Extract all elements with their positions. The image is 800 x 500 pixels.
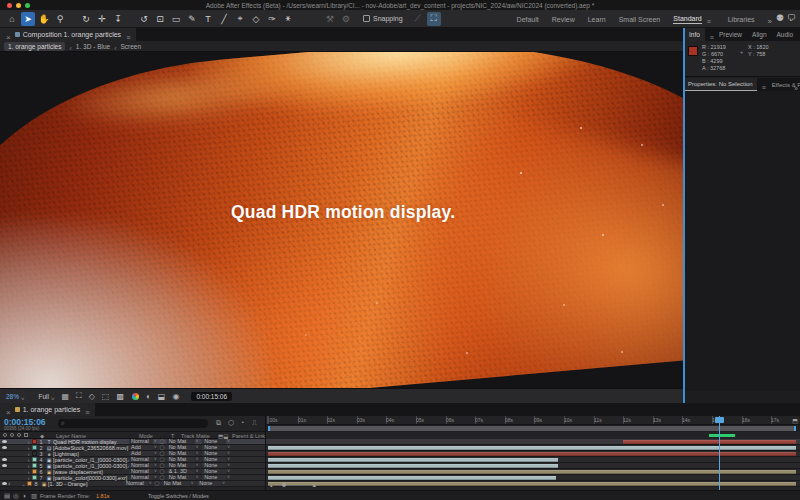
workspace-default[interactable]: Default xyxy=(517,16,539,23)
chat-icon[interactable]: 🗩 xyxy=(787,13,796,23)
puppet-pin-tool-icon[interactable]: ⚹ xyxy=(281,12,295,26)
breadcrumb-current[interactable]: 1. orange particles xyxy=(4,42,65,51)
work-area-region[interactable] xyxy=(268,426,796,431)
parent-dropdown[interactable]: None xyxy=(197,481,221,486)
motion-blur-icon[interactable]: ◎ xyxy=(13,492,19,500)
tab-preview[interactable]: Preview xyxy=(714,28,747,41)
clone-stamp-tool-icon[interactable]: ⌖ xyxy=(233,12,247,26)
composition-text-layer[interactable]: Quad HDR motion display. xyxy=(231,202,455,223)
audio-toggle[interactable]: ♪ xyxy=(8,481,13,487)
marquee-tool-icon[interactable]: ⛶ xyxy=(427,12,441,26)
toggle-switches-button[interactable]: Toggle Switches / Modes xyxy=(148,493,209,499)
brush-tool-icon[interactable]: ╱ xyxy=(217,12,231,26)
workspace-libraries[interactable]: Libraries xyxy=(728,16,755,23)
draft-3d-icon[interactable]: ⬡ xyxy=(228,419,234,427)
visibility-toggle[interactable] xyxy=(2,470,7,473)
playhead-handle[interactable] xyxy=(715,417,724,423)
pan-camera-tool-icon[interactable]: ✛ xyxy=(95,12,109,26)
layer-name[interactable]: [1. 3D - Orange] xyxy=(48,481,124,487)
properties-menu-icon[interactable] xyxy=(757,76,766,94)
dolly-camera-tool-icon[interactable]: ↧ xyxy=(111,12,125,26)
visibility-toggle[interactable] xyxy=(2,482,7,485)
timeline-zoom-control[interactable]: ▴ ▴ xyxy=(270,482,330,488)
world-axis-mode-icon[interactable]: ⚙ xyxy=(339,12,353,26)
layer-duration-bar[interactable] xyxy=(623,440,796,445)
expand-icon[interactable]: ⌄ xyxy=(20,481,27,487)
zoom-in-mountain-icon[interactable]: ▴ xyxy=(313,481,317,489)
visibility-toggle[interactable] xyxy=(2,476,7,479)
track-matte-dropdown[interactable]: No Mat xyxy=(162,481,190,486)
region-of-interest-icon[interactable]: ⬚ xyxy=(102,392,110,401)
mini-flowchart-icon[interactable]: ⧉ xyxy=(216,419,221,427)
auto-keyframe-icon[interactable]: ▥ xyxy=(31,492,37,500)
work-area-start-handle[interactable] xyxy=(268,426,270,431)
snapping-checkbox[interactable] xyxy=(363,15,370,22)
visibility-toggle[interactable] xyxy=(2,452,7,455)
layer-duration-bar[interactable] xyxy=(268,446,796,451)
snapshot-icon[interactable]: ⬓ xyxy=(158,392,166,401)
home-icon[interactable]: ⌂ xyxy=(5,12,19,26)
work-area-end-handle[interactable] xyxy=(794,426,796,431)
tab-align[interactable]: Align xyxy=(747,28,771,41)
visibility-toggle[interactable] xyxy=(2,446,7,449)
playhead[interactable] xyxy=(719,416,720,490)
workspace-overflow-icon[interactable] xyxy=(768,10,772,28)
workspace-learn[interactable]: Learn xyxy=(588,16,606,23)
orbit-camera-tool-icon[interactable]: ↻ xyxy=(79,12,93,26)
exposure-icon[interactable]: ◐ xyxy=(146,392,151,401)
blend-mode-dropdown[interactable]: Normal xyxy=(124,481,148,486)
panel-divider[interactable] xyxy=(683,28,685,403)
composition-viewer[interactable]: Quad HDR motion display. xyxy=(0,52,683,388)
user-icon[interactable]: ⚉ xyxy=(776,13,784,23)
layer-duration-bar[interactable] xyxy=(268,464,558,469)
visibility-toggle[interactable] xyxy=(2,440,7,443)
eraser-tool-icon[interactable]: ◇ xyxy=(249,12,263,26)
layer-search-input[interactable] xyxy=(58,419,208,428)
title-action-safe-icon[interactable]: ⛶ xyxy=(76,391,82,401)
layer-duration-bar[interactable] xyxy=(268,452,796,457)
breadcrumb-item[interactable]: 1. 3D - Blue xyxy=(76,43,110,50)
workspace-small-screen[interactable]: Small Screen xyxy=(619,16,661,23)
selection-tool-icon[interactable]: ➤ xyxy=(21,12,35,26)
color-channels-icon[interactable] xyxy=(132,393,139,400)
shy-layers-icon[interactable]: ◔ xyxy=(240,419,244,426)
transparency-grid-icon[interactable]: ▩ xyxy=(116,392,124,401)
pen-tool-icon[interactable]: ✎ xyxy=(185,12,199,26)
layer-duration-bar[interactable] xyxy=(268,482,796,487)
graph-editor-icon[interactable]: ⎍ xyxy=(252,419,257,427)
layer-duration-bar[interactable] xyxy=(268,476,556,481)
magnification-value[interactable]: 28% xyxy=(6,393,19,400)
show-snapshot-icon[interactable]: ◉ xyxy=(172,392,179,401)
viewer-timecode[interactable]: 0:00:15:06 xyxy=(191,392,232,401)
timeline-tab[interactable]: 1. orange particles xyxy=(0,403,95,416)
tab-properties[interactable]: Properties: No Selection xyxy=(684,78,757,91)
roto-brush-tool-icon[interactable]: ✑ xyxy=(265,12,279,26)
workspace-review[interactable]: Review xyxy=(552,16,575,23)
preserve-transparency-icon[interactable]: ◯ xyxy=(153,481,162,487)
zoom-out-mountain-icon[interactable]: ▴ xyxy=(270,482,273,488)
frame-blend-icon[interactable]: ▤ xyxy=(4,492,10,500)
zoom-slider-knob[interactable] xyxy=(282,483,286,487)
tab-info[interactable]: Info xyxy=(684,28,705,41)
visibility-toggle[interactable] xyxy=(2,458,7,461)
local-axis-mode-icon[interactable]: ⚒ xyxy=(323,12,337,26)
comp-marker-bin-icon[interactable]: ⬒ xyxy=(792,417,798,424)
snapping-toggle[interactable]: Snapping xyxy=(363,15,403,22)
line-tool-icon[interactable]: ⟋ xyxy=(411,12,425,26)
grid-guides-icon[interactable]: ▦ xyxy=(62,392,70,401)
layer-duration-bar[interactable] xyxy=(268,458,558,463)
zoom-tool-icon[interactable]: ⚲ xyxy=(53,12,67,26)
type-tool-icon[interactable]: T xyxy=(201,12,215,26)
hand-tool-icon[interactable]: ✋ xyxy=(37,12,51,26)
rotation-tool-icon[interactable]: ↺ xyxy=(137,12,151,26)
breadcrumb-item[interactable]: Screen xyxy=(121,43,142,50)
resolution-value[interactable]: Full xyxy=(39,393,49,400)
rectangle-tool-icon[interactable]: ▭ xyxy=(169,12,183,26)
mask-visibility-icon[interactable]: ◇ xyxy=(89,392,95,401)
layer-row[interactable]: ♪ ⌄ 8 ▣ [1. 3D - Orange] Normal ◯ No Mat… xyxy=(0,481,265,487)
workspace-standard[interactable]: Standard xyxy=(673,15,701,24)
camera-tool-icon[interactable]: ⊡ xyxy=(153,12,167,26)
brainstorm-icon[interactable]: ◑ xyxy=(22,492,26,499)
layer-duration-bar[interactable] xyxy=(268,470,796,475)
visibility-toggle[interactable] xyxy=(2,464,7,467)
